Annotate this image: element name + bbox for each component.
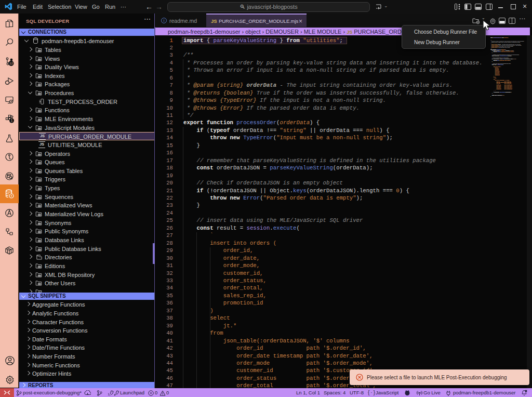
svg-text:1: 1 (11, 118, 13, 122)
svg-text:12: 12 (9, 61, 13, 65)
